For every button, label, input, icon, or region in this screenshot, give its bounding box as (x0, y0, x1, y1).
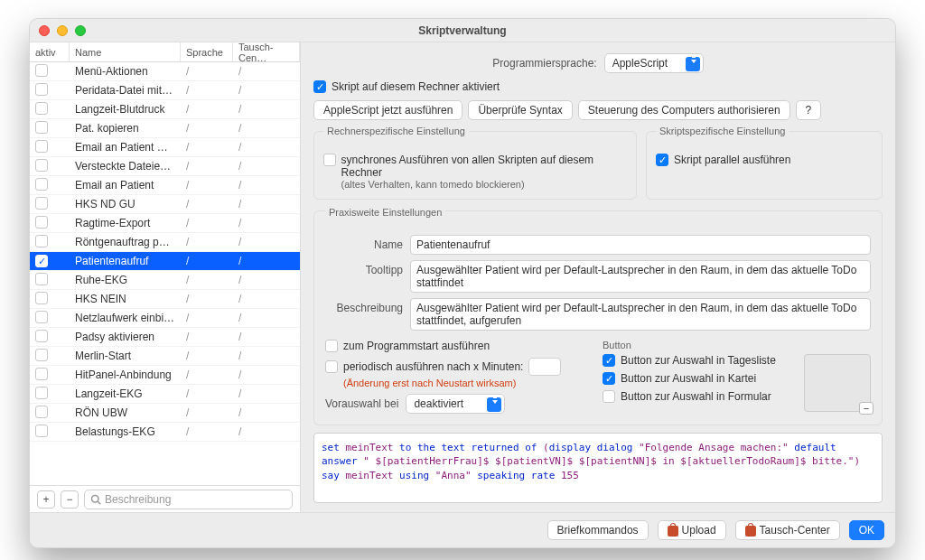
zoom-icon[interactable] (75, 25, 86, 36)
aktiv-checkbox[interactable] (35, 83, 48, 96)
aktiv-checkbox[interactable] (35, 64, 48, 77)
table-row[interactable]: Netzlaufwerk einbinden neu// (30, 309, 300, 328)
row-tc: / (233, 65, 300, 78)
aktiv-checkbox[interactable] (35, 368, 48, 380)
periodic-minutes-field[interactable] (528, 358, 561, 376)
language-select[interactable]: AppleScript (604, 53, 704, 73)
row-name: Versteckte Dateien anzeigen (70, 160, 181, 173)
table-row[interactable]: Email an Patient mit iCal-Anha…// (30, 138, 300, 157)
aktiv-checkbox[interactable] (35, 102, 48, 115)
table-row[interactable]: Padsy aktivieren// (30, 328, 300, 347)
bag-icon (745, 526, 756, 537)
periodic-checkbox[interactable] (325, 360, 338, 373)
table-row[interactable]: Langzeit-Blutdruck// (30, 100, 300, 119)
th-tauschcenter[interactable]: Tausch-Cen… (233, 42, 300, 61)
table-row[interactable]: Versteckte Dateien anzeigen// (30, 157, 300, 176)
aktiv-checkbox[interactable] (35, 273, 48, 285)
tauschcenter-button[interactable]: Tausch-Center (735, 520, 840, 540)
row-tc: / (233, 387, 300, 400)
remove-image-button[interactable]: − (859, 402, 874, 415)
close-icon[interactable] (39, 25, 50, 36)
preselect-key: Vorauswahl bei (325, 397, 398, 410)
run-button[interactable]: AppleScript jetzt ausführen (313, 100, 462, 120)
minimize-icon[interactable] (57, 25, 68, 36)
th-sprache[interactable]: Sprache (181, 42, 233, 61)
aktiv-checkbox[interactable] (35, 311, 48, 323)
btn-formular-label: Button zur Auswahl in Formular (621, 390, 771, 403)
aktiv-checkbox[interactable] (35, 406, 48, 418)
tooltip-key: Tooltipp (325, 260, 403, 276)
table-row[interactable]: Email an Patient// (30, 176, 300, 195)
table-row[interactable]: Ruhe-EKG// (30, 271, 300, 290)
row-sprache: / (181, 179, 233, 191)
aktiv-checkbox[interactable] (35, 425, 48, 437)
aktiv-checkbox[interactable] (35, 216, 48, 229)
aktiv-checkbox[interactable] (35, 140, 48, 153)
startup-label: zum Programmstart ausführen (343, 340, 490, 352)
tooltip-field[interactable]: Ausgewählter Patient wird per Default-La… (410, 260, 871, 293)
row-sprache: / (181, 217, 233, 229)
language-value: AppleScript (612, 57, 668, 70)
button-image-well[interactable]: − (804, 354, 871, 412)
table-row[interactable]: Patientenaufruf// (30, 252, 300, 271)
name-field[interactable]: Patientenaufruf (410, 235, 871, 255)
preselect-select[interactable]: deaktiviert (406, 394, 505, 414)
code-editor[interactable]: set meinText to the text returned of (di… (313, 433, 883, 503)
help-button[interactable]: ? (796, 100, 822, 120)
desc-field[interactable]: Ausgewählter Patient wird per Default-La… (410, 298, 871, 331)
aktiv-checkbox[interactable] (35, 292, 48, 304)
table-row[interactable]: HitPanel-Anbindung// (30, 366, 300, 385)
table-row[interactable]: Langzeit-EKG// (30, 385, 300, 404)
search-input[interactable]: Beschreibung (84, 490, 293, 509)
titlebar: Skriptverwaltung (30, 19, 895, 42)
aktiv-checkbox[interactable] (35, 197, 48, 210)
btn-tagesliste-checkbox[interactable] (603, 354, 615, 367)
window-title: Skriptverwaltung (30, 24, 895, 37)
startup-checkbox[interactable] (325, 340, 338, 352)
table-row[interactable]: Peridata-Datei mit PatientID// (30, 81, 300, 100)
table-row[interactable]: HKS NEIN// (30, 290, 300, 309)
btn-formular-checkbox[interactable] (603, 390, 615, 403)
row-name: Email an Patient mit iCal-Anha… (70, 141, 181, 154)
ok-button[interactable]: OK (849, 520, 884, 540)
row-sprache: / (181, 236, 233, 248)
row-tc: / (233, 236, 300, 248)
parallel-checkbox[interactable] (656, 154, 668, 166)
aktiv-checkbox[interactable] (35, 178, 48, 191)
aktiv-checkbox[interactable] (35, 235, 48, 247)
th-name[interactable]: Name (70, 42, 181, 61)
syntax-button[interactable]: Überprüfe Syntax (468, 100, 572, 120)
aktiv-checkbox[interactable] (35, 387, 48, 399)
row-tc: / (233, 425, 300, 438)
row-sprache: / (181, 255, 233, 267)
th-aktiv[interactable]: aktiv (30, 42, 70, 61)
aktiv-checkbox[interactable] (35, 121, 48, 134)
table-body[interactable]: Menü-Aktionen//Peridata-Datei mit Patien… (30, 62, 300, 485)
row-name: Langzeit-Blutdruck (70, 103, 181, 116)
remove-button[interactable]: − (61, 490, 79, 509)
aktiv-checkbox[interactable] (35, 255, 48, 267)
table-row[interactable]: Merlin-Start// (30, 347, 300, 366)
table-row[interactable]: Röntgenauftrag per GDT// (30, 233, 300, 252)
aktiv-checkbox[interactable] (35, 159, 48, 172)
table-row[interactable]: RÖN UBW// (30, 404, 300, 423)
sync-exec-label: synchrones Ausführen von allen Skripten … (341, 154, 627, 179)
aktiv-checkbox[interactable] (35, 330, 48, 342)
table-row[interactable]: Menü-Aktionen// (30, 62, 300, 81)
active-label: Skript auf diesem Rechner aktiviert (332, 80, 500, 93)
authorize-button[interactable]: Steuerung des Computers authorisieren (578, 100, 790, 120)
active-checkbox[interactable] (313, 80, 326, 93)
add-button[interactable]: + (37, 490, 55, 509)
table-row[interactable]: Ragtime-Export// (30, 214, 300, 233)
aktiv-checkbox[interactable] (35, 349, 48, 361)
table-row[interactable]: Pat. kopieren// (30, 119, 300, 138)
detail-panel: Programmiersprache: AppleScript Skript a… (301, 42, 895, 512)
table-row[interactable]: Belastungs-EKG// (30, 423, 300, 442)
briefkommandos-button[interactable]: Briefkommandos (547, 520, 649, 540)
name-key: Name (325, 235, 403, 251)
upload-button[interactable]: Upload (658, 520, 726, 540)
btn-kartei-checkbox[interactable] (603, 372, 615, 385)
row-sprache: / (181, 331, 233, 343)
sync-exec-checkbox[interactable] (323, 154, 336, 166)
table-row[interactable]: HKS ND GU// (30, 195, 300, 214)
